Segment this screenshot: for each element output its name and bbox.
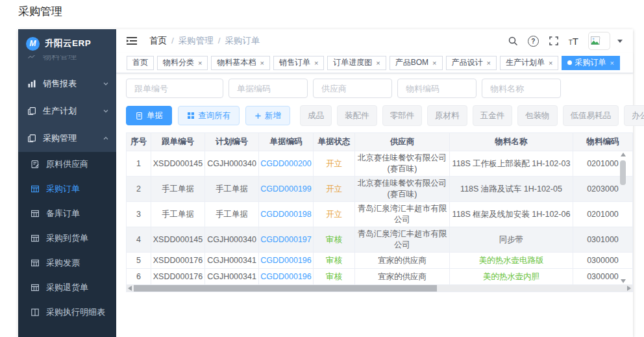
sidebar-subitem[interactable]: 采购退货单 [18,275,116,300]
close-icon[interactable]: × [487,59,491,67]
sidebar-subitem[interactable]: 原料供应商 [18,152,116,177]
tab-item[interactable]: 产品BOM× [390,56,443,70]
category-chip[interactable]: 原材料 [427,105,467,126]
cell-status: 审核 [314,269,355,285]
cell-doc-no-link[interactable]: CGDD000197 [259,227,314,253]
sidebar-item[interactable]: 生产计划 [18,97,116,125]
table-row[interactable]: 2手工单据手工单据CGDD000199开立北京赛佳味餐饮有限公司(赛百味)118… [127,177,632,202]
vertical-scrollbar[interactable] [620,153,626,283]
sidebar-subitem[interactable]: 采购订单 [18,177,116,201]
sidebar-item-label: 销售报表 [43,78,77,90]
horizontal-scrollbar[interactable] [127,285,632,292]
chevron-up-icon [103,135,109,142]
add-new-button[interactable]: 新增 [245,106,290,125]
cell-supplier: 宜家的供应商 [355,253,450,269]
close-icon[interactable]: × [549,59,552,67]
table-row[interactable]: 4XSDD000145CGJH000340CGDD000197审核青岛汇泉湾汇丰… [127,227,632,253]
sidebar-menu: 销售报表生产计划采购管理 [18,64,116,152]
sidebar-subitem-label: 原料供应商 [46,158,88,170]
table-row[interactable]: 1XSDD000145CGJH000340CGDD000200开立北京赛佳味餐饮… [127,151,632,177]
table-row[interactable]: 6XSDD000176CGJH000341CGDD000196审核宜家的供应商美… [127,269,632,285]
help-icon[interactable]: ? [528,36,539,47]
tab-item[interactable]: 产品设计× [446,56,497,70]
search-icon[interactable] [508,36,518,46]
sidebar-subitem[interactable]: 采购到货单 [18,226,116,251]
category-chip[interactable]: 包装物 [517,105,558,126]
scroll-down-arrow-icon[interactable] [621,279,626,283]
close-icon[interactable]: × [198,59,202,67]
tab-item[interactable]: 物料分类× [157,56,208,70]
line-chart-icon [27,55,36,61]
category-chip[interactable]: 五金件 [473,105,513,126]
scroll-right-arrow-icon[interactable] [627,286,631,291]
grid-icon [187,112,195,119]
sidebar-subitem[interactable]: 备库订单 [18,201,116,226]
filter-input-4[interactable] [482,79,561,98]
close-icon[interactable]: × [260,59,264,67]
sidebar-item[interactable]: 销售报表 [18,70,116,97]
sidebar-item-label: 采购管理 [43,132,77,144]
chevron-down-icon [103,108,109,114]
table-header: 序号跟单编号计划编号单据编码单据状态供应商物料名称物料编码 [127,133,632,151]
sidebar-item[interactable]: 采购管理 [18,125,116,152]
horizontal-scroll-thumb[interactable] [134,285,437,292]
vertical-scroll-thumb[interactable] [620,160,626,185]
font-size-icon[interactable]: TT [569,36,578,46]
cell-doc-no-link[interactable]: CGDD000200 [259,151,314,177]
table-row[interactable]: 5XSDD000176CGJH000341CGDD000196审核宜家的供应商美… [127,253,632,269]
breadcrumb-item[interactable]: 首页 [149,36,167,45]
bar-chart-icon [27,79,36,88]
tab-item[interactable]: 销售订单× [273,56,324,70]
tab-label: 物料基本档 [217,57,256,68]
navbar-actions: ? TT [508,32,623,50]
cell-seq: 6 [127,269,151,285]
tab-item[interactable]: 物料基本档× [211,56,269,70]
button-label: 单据 [147,110,163,121]
tab-active[interactable]: 采购订单× [562,56,619,70]
sidebar-subitem-label: 备库订单 [46,208,80,219]
cell-doc-no-link[interactable]: CGDD000196 [259,253,314,269]
category-chip[interactable]: 零部件 [382,105,423,126]
close-icon[interactable]: × [376,59,380,67]
filter-input-3[interactable] [397,79,477,98]
close-icon[interactable]: × [610,59,613,67]
cell-doc-no-link[interactable]: CGDD000199 [259,177,314,202]
filter-input-1[interactable] [229,79,308,98]
chevron-down-icon[interactable] [617,40,623,43]
category-chip[interactable]: 低值易耗品 [563,105,619,126]
filter-input-0[interactable] [126,79,223,98]
cell-supplier: 宜家的供应商 [355,269,450,285]
scroll-left-arrow-icon[interactable] [128,286,132,291]
sidebar-subitem[interactable]: 采购发票 [18,251,116,275]
toolbar: 单据查询所有新增成品装配件零部件原材料五金件包装物低值易耗品办公用品 [126,105,633,126]
scroll-up-arrow-icon[interactable] [621,153,626,156]
document-button[interactable]: 单据 [126,106,172,125]
close-icon[interactable]: × [432,59,436,67]
fullscreen-icon[interactable] [549,36,559,46]
cell-doc-no-link[interactable]: CGDD000196 [259,269,314,285]
breadcrumb-item[interactable]: 采购订单 [225,36,260,45]
table-icon [31,234,40,243]
tab-item[interactable]: 生产计划单× [500,56,558,70]
close-icon[interactable]: × [314,59,318,67]
hamburger-icon[interactable] [127,36,138,45]
cell-plan-no: 手工单据 [205,177,259,202]
column-header: 物料编码 [573,133,632,151]
book-icon [31,308,40,317]
tab-item[interactable]: 首页 [127,56,154,70]
cell-seq: 5 [127,253,151,269]
page-title: 采购管理 [18,4,62,19]
sidebar-subitem[interactable]: 采购执行明细表 [18,300,116,325]
category-chip[interactable]: 成品 [300,105,332,126]
tab-item[interactable]: 订单进度图× [327,56,386,70]
filter-input-2[interactable] [313,79,392,98]
sidebar-item-clipped[interactable]: 物料管理 [18,55,116,64]
query-all-button[interactable]: 查询所有 [178,106,240,125]
breadcrumb-item[interactable]: 采购管理 [179,36,214,45]
category-chip[interactable]: 装配件 [337,105,377,126]
table-row[interactable]: 3手工单据手工单据CGDD000198开立青岛汇泉湾汇丰超市有限公司118S 框… [127,202,632,227]
avatar[interactable] [588,32,610,50]
category-chip[interactable]: 办公用品 [624,105,644,126]
cell-doc-no-link[interactable]: CGDD000198 [259,202,314,227]
tab-label: 采购订单 [575,57,606,68]
